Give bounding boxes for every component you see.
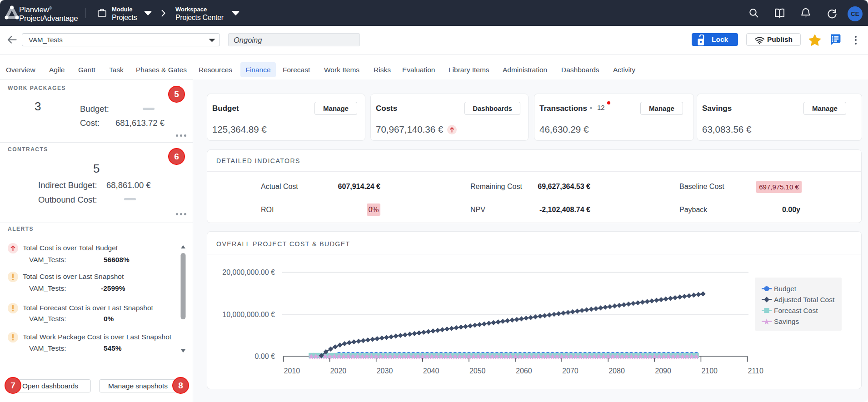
svg-text:2010: 2010 bbox=[284, 367, 300, 375]
svg-text:2030: 2030 bbox=[377, 367, 393, 375]
svg-text:2050: 2050 bbox=[469, 367, 486, 375]
svg-text:2040: 2040 bbox=[423, 367, 439, 375]
svg-text:Budget: Budget bbox=[774, 285, 797, 293]
svg-text:Savings: Savings bbox=[774, 318, 799, 325]
svg-text:20,000,000.00 €: 20,000,000.00 € bbox=[222, 268, 275, 276]
svg-text:2070: 2070 bbox=[562, 367, 579, 375]
svg-text:2080: 2080 bbox=[609, 367, 625, 375]
svg-text:Adjusted Total Cost: Adjusted Total Cost bbox=[774, 296, 835, 303]
svg-text:0.00 €: 0.00 € bbox=[255, 352, 275, 360]
svg-text:2100: 2100 bbox=[701, 367, 718, 375]
svg-text:2090: 2090 bbox=[655, 367, 671, 375]
svg-text:2020: 2020 bbox=[330, 367, 347, 375]
svg-text:2110: 2110 bbox=[748, 367, 764, 375]
svg-text:Forecast Cost: Forecast Cost bbox=[774, 307, 818, 314]
svg-text:2060: 2060 bbox=[516, 367, 532, 375]
svg-text:10,000,000.00 €: 10,000,000.00 € bbox=[222, 311, 275, 318]
